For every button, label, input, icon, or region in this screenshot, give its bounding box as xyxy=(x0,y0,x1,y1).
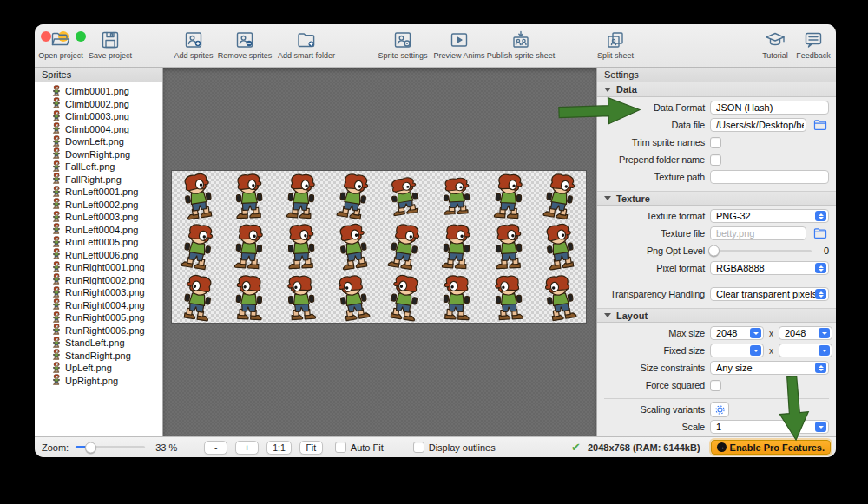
section-header-texture[interactable]: Texture xyxy=(597,191,836,206)
toolbar-button-feedback[interactable]: Feedback xyxy=(766,29,836,60)
combo-chevron-icon[interactable] xyxy=(815,422,826,432)
field-scale[interactable]: 1 xyxy=(710,420,829,434)
sprite-cell[interactable] xyxy=(379,221,431,272)
toolbar-button-split-sheet[interactable]: Split sheet xyxy=(568,29,663,60)
sprite-cell[interactable] xyxy=(172,272,224,323)
sprite-cell[interactable] xyxy=(534,272,586,323)
zoom-1to1-button[interactable]: 1:1 xyxy=(266,441,292,455)
select-stepper-icon[interactable] xyxy=(815,289,826,299)
field-pixel-format[interactable]: RGBA8888 xyxy=(710,261,829,275)
sprite-sheet-canvas[interactable] xyxy=(163,68,596,436)
slider-knob[interactable] xyxy=(708,245,720,257)
sprite-cell[interactable] xyxy=(172,221,224,272)
sprite-cell[interactable] xyxy=(379,272,431,323)
sprite-list-item[interactable]: RunRight0003.png xyxy=(35,286,162,299)
sprite-cell[interactable] xyxy=(483,171,535,221)
toolbar-button-add-smart-folder[interactable]: Add smart folder xyxy=(259,29,354,60)
section-header-data[interactable]: Data xyxy=(597,82,836,97)
sprite-cell[interactable] xyxy=(534,221,586,272)
scaling-variants-button[interactable] xyxy=(710,402,729,417)
sprite-list-item[interactable]: RunLeft0003.png xyxy=(35,211,162,224)
sprite-cell[interactable] xyxy=(224,171,276,221)
sprite-list-item[interactable]: RunRight0006.png xyxy=(35,324,162,337)
sprite-cell[interactable] xyxy=(275,221,327,272)
sprite-cell[interactable] xyxy=(483,221,535,272)
sprite-list-item[interactable]: RunLeft0005.png xyxy=(35,236,162,249)
zoom-in-button[interactable]: + xyxy=(235,441,259,455)
sprite-list-item[interactable]: Climb0004.png xyxy=(35,123,162,136)
sprite-list-item[interactable]: RunLeft0002.png xyxy=(35,199,162,212)
sprite-list-item[interactable]: UpRight.png xyxy=(35,375,162,388)
sprite-list-item[interactable]: RunLeft0006.png xyxy=(35,249,162,262)
select-stepper-icon[interactable] xyxy=(815,211,826,221)
sprite-cell[interactable] xyxy=(275,171,327,221)
field-transparency-handling[interactable]: Clear transparent pixels xyxy=(710,287,829,301)
sprite-sheet-preview[interactable] xyxy=(172,171,586,323)
enable-pro-features-button[interactable]: → Enable Pro Features. xyxy=(711,440,831,455)
sprite-cell[interactable] xyxy=(431,171,483,221)
auto-fit-checkbox[interactable] xyxy=(335,442,346,453)
field-max-size[interactable]: 2048 xyxy=(779,326,832,340)
sprite-list-item[interactable]: StandRight.png xyxy=(35,350,162,363)
sprite-cell[interactable] xyxy=(172,171,224,221)
field-texture-format[interactable]: PNG-32 xyxy=(710,209,829,223)
section-header-layout[interactable]: Layout xyxy=(597,308,836,323)
browse-folder-button[interactable] xyxy=(812,226,829,240)
sprite-cell[interactable] xyxy=(431,272,483,323)
combo-chevron-icon[interactable] xyxy=(750,328,761,338)
sprite-list-item[interactable]: Climb0002.png xyxy=(35,98,162,111)
sprite-list-item[interactable]: DownLeft.png xyxy=(35,135,162,148)
checkbox-force-squared[interactable] xyxy=(710,380,721,391)
zoom-out-button[interactable]: - xyxy=(204,441,227,455)
field-fixed-size[interactable] xyxy=(710,344,764,357)
sprite-list-item[interactable]: RunLeft0004.png xyxy=(35,224,162,237)
sprite-list-item[interactable]: RunLeft0001.png xyxy=(35,186,162,199)
zoom-slider[interactable] xyxy=(76,446,145,448)
field-texture-file[interactable]: betty.png xyxy=(710,226,806,240)
sprite-list-item[interactable]: StandLeft.png xyxy=(35,337,162,350)
select-stepper-icon[interactable] xyxy=(815,363,826,373)
png-opt-level-slider[interactable] xyxy=(710,250,812,252)
sprite-list-item[interactable]: FallRight.png xyxy=(35,173,162,187)
combo-chevron-icon[interactable] xyxy=(819,328,830,338)
toolbar-button-publish-sprite-sheet[interactable]: Publish sprite sheet xyxy=(473,29,569,60)
disclosure-triangle-icon[interactable] xyxy=(604,88,611,92)
disclosure-triangle-icon[interactable] xyxy=(604,313,611,317)
checkbox-prepend-folder-name[interactable] xyxy=(710,154,721,166)
sprite-cell[interactable] xyxy=(483,272,535,323)
toolbar-button-save-project[interactable]: Save project xyxy=(62,29,158,60)
sprite-list-item[interactable]: RunRight0002.png xyxy=(35,274,162,287)
sprite-cell[interactable] xyxy=(327,171,379,221)
field-data-format[interactable]: JSON (Hash) xyxy=(710,101,829,115)
browse-folder-button[interactable] xyxy=(812,118,829,132)
sprite-cell[interactable] xyxy=(431,221,483,272)
sprite-list-item[interactable]: UpLeft.png xyxy=(35,362,162,375)
sprite-list-item[interactable]: RunRight0001.png xyxy=(35,261,162,274)
field-texture-path[interactable] xyxy=(710,170,829,184)
sprite-cell[interactable] xyxy=(534,171,586,221)
field-data-file[interactable]: /Users/sk/Desktop/betty.json xyxy=(710,118,806,132)
sprite-list-item[interactable]: RunRight0004.png xyxy=(35,299,162,312)
combo-chevron-icon[interactable] xyxy=(750,345,761,356)
checkbox-trim-sprite-names[interactable] xyxy=(710,137,721,148)
fit-button[interactable]: Fit xyxy=(299,441,323,455)
sprite-cell[interactable] xyxy=(224,221,276,272)
sprite-cell[interactable] xyxy=(224,272,276,323)
field-fixed-size[interactable] xyxy=(779,344,832,357)
display-outlines-checkbox[interactable] xyxy=(413,442,424,453)
field-max-size[interactable]: 2048 xyxy=(710,326,764,340)
sprite-cell[interactable] xyxy=(327,272,379,323)
combo-chevron-icon[interactable] xyxy=(819,345,830,356)
sprite-cell[interactable] xyxy=(275,272,327,323)
sprite-cell[interactable] xyxy=(379,171,431,221)
disclosure-triangle-icon[interactable] xyxy=(604,196,611,200)
sprite-cell[interactable] xyxy=(327,221,379,272)
zoom-slider-knob[interactable] xyxy=(85,442,96,453)
sprite-list-item[interactable]: Climb0003.png xyxy=(35,110,162,123)
sprite-list-item[interactable]: FallLeft.png xyxy=(35,160,162,173)
field-size-constraints[interactable]: Any size xyxy=(710,361,829,375)
select-stepper-icon[interactable] xyxy=(815,263,826,273)
sprite-list-item[interactable]: DownRight.png xyxy=(35,148,162,161)
sprite-list-item[interactable]: RunRight0005.png xyxy=(35,311,162,324)
sprite-list-item[interactable]: Climb0001.png xyxy=(35,85,162,98)
